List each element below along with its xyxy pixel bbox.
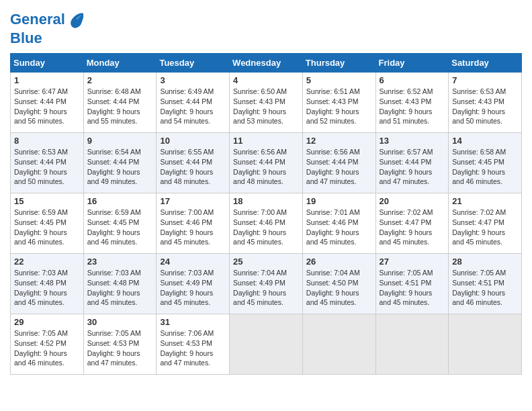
day-number: 20 bbox=[380, 196, 445, 206]
calendar-cell: 28Sunrise: 7:05 AMSunset: 4:51 PMDayligh… bbox=[449, 254, 522, 314]
day-info: Sunrise: 7:05 AMSunset: 4:52 PMDaylight:… bbox=[14, 328, 80, 368]
day-number: 8 bbox=[14, 136, 80, 146]
weekday-header-friday: Friday bbox=[375, 54, 449, 73]
day-number: 22 bbox=[14, 257, 80, 267]
day-info: Sunrise: 6:56 AMSunset: 4:44 PMDaylight:… bbox=[233, 147, 299, 187]
calendar-cell: 15Sunrise: 6:59 AMSunset: 4:45 PMDayligh… bbox=[11, 193, 84, 254]
day-number: 29 bbox=[14, 317, 80, 327]
day-number: 21 bbox=[452, 196, 518, 206]
day-info: Sunrise: 7:05 AMSunset: 4:51 PMDaylight:… bbox=[380, 268, 445, 308]
calendar-cell: 31Sunrise: 7:06 AMSunset: 4:53 PMDayligh… bbox=[157, 314, 230, 375]
calendar-cell: 12Sunrise: 6:56 AMSunset: 4:44 PMDayligh… bbox=[302, 133, 375, 193]
calendar-cell: 11Sunrise: 6:56 AMSunset: 4:44 PMDayligh… bbox=[230, 133, 303, 193]
calendar-cell: 17Sunrise: 7:00 AMSunset: 4:46 PMDayligh… bbox=[157, 193, 230, 254]
day-info: Sunrise: 7:02 AMSunset: 4:47 PMDaylight:… bbox=[452, 208, 518, 247]
day-info: Sunrise: 7:02 AMSunset: 4:47 PMDaylight:… bbox=[380, 208, 445, 247]
day-number: 4 bbox=[233, 75, 299, 85]
day-number: 15 bbox=[14, 196, 80, 206]
day-number: 10 bbox=[160, 136, 226, 146]
day-info: Sunrise: 6:50 AMSunset: 4:43 PMDaylight:… bbox=[233, 87, 299, 126]
calendar-cell: 24Sunrise: 7:03 AMSunset: 4:49 PMDayligh… bbox=[157, 254, 230, 314]
calendar-cell: 19Sunrise: 7:01 AMSunset: 4:46 PMDayligh… bbox=[302, 193, 375, 254]
day-info: Sunrise: 6:54 AMSunset: 4:44 PMDaylight:… bbox=[87, 147, 153, 187]
calendar-cell: 30Sunrise: 7:05 AMSunset: 4:53 PMDayligh… bbox=[83, 314, 157, 375]
day-info: Sunrise: 7:00 AMSunset: 4:46 PMDaylight:… bbox=[160, 208, 226, 247]
calendar-cell: 2Sunrise: 6:48 AMSunset: 4:44 PMDaylight… bbox=[83, 73, 157, 133]
day-info: Sunrise: 7:00 AMSunset: 4:46 PMDaylight:… bbox=[233, 208, 299, 247]
calendar-cell: 20Sunrise: 7:02 AMSunset: 4:47 PMDayligh… bbox=[375, 193, 449, 254]
calendar-table: SundayMondayTuesdayWednesdayThursdayFrid… bbox=[10, 53, 522, 375]
day-info: Sunrise: 7:05 AMSunset: 4:51 PMDaylight:… bbox=[452, 268, 518, 308]
day-info: Sunrise: 7:03 AMSunset: 4:48 PMDaylight:… bbox=[14, 268, 80, 308]
calendar-cell: 1Sunrise: 6:47 AMSunset: 4:44 PMDaylight… bbox=[11, 73, 84, 133]
day-info: Sunrise: 6:51 AMSunset: 4:43 PMDaylight:… bbox=[306, 87, 372, 126]
calendar-cell: 4Sunrise: 6:50 AMSunset: 4:43 PMDaylight… bbox=[230, 73, 303, 133]
weekday-header-saturday: Saturday bbox=[449, 54, 522, 73]
day-info: Sunrise: 6:47 AMSunset: 4:44 PMDaylight:… bbox=[14, 87, 80, 126]
calendar-cell: 29Sunrise: 7:05 AMSunset: 4:52 PMDayligh… bbox=[11, 314, 84, 375]
calendar-cell: 27Sunrise: 7:05 AMSunset: 4:51 PMDayligh… bbox=[375, 254, 449, 314]
calendar-week-3: 15Sunrise: 6:59 AMSunset: 4:45 PMDayligh… bbox=[11, 193, 522, 254]
weekday-header-tuesday: Tuesday bbox=[157, 54, 230, 73]
weekday-header-wednesday: Wednesday bbox=[230, 54, 303, 73]
day-info: Sunrise: 6:53 AMSunset: 4:44 PMDaylight:… bbox=[14, 147, 80, 187]
calendar-header-row: SundayMondayTuesdayWednesdayThursdayFrid… bbox=[11, 54, 522, 73]
day-info: Sunrise: 7:01 AMSunset: 4:46 PMDaylight:… bbox=[306, 208, 372, 247]
calendar-cell: 6Sunrise: 6:52 AMSunset: 4:43 PMDaylight… bbox=[375, 73, 449, 133]
day-info: Sunrise: 6:56 AMSunset: 4:44 PMDaylight:… bbox=[306, 147, 372, 187]
page-header: General Blue bbox=[10, 10, 522, 46]
weekday-header-thursday: Thursday bbox=[302, 54, 375, 73]
calendar-cell: 9Sunrise: 6:54 AMSunset: 4:44 PMDaylight… bbox=[83, 133, 157, 193]
day-info: Sunrise: 6:49 AMSunset: 4:44 PMDaylight:… bbox=[160, 87, 226, 126]
day-number: 16 bbox=[87, 196, 153, 206]
day-info: Sunrise: 6:57 AMSunset: 4:44 PMDaylight:… bbox=[380, 147, 445, 187]
day-info: Sunrise: 6:59 AMSunset: 4:45 PMDaylight:… bbox=[87, 208, 153, 247]
day-number: 1 bbox=[14, 75, 80, 85]
logo-text: General Blue bbox=[10, 10, 87, 46]
day-number: 9 bbox=[87, 136, 153, 146]
day-number: 26 bbox=[306, 257, 372, 267]
calendar-cell: 21Sunrise: 7:02 AMSunset: 4:47 PMDayligh… bbox=[449, 193, 522, 254]
calendar-cell: 13Sunrise: 6:57 AMSunset: 4:44 PMDayligh… bbox=[375, 133, 449, 193]
day-number: 17 bbox=[160, 196, 226, 206]
weekday-header-monday: Monday bbox=[83, 54, 157, 73]
calendar-cell: 10Sunrise: 6:55 AMSunset: 4:44 PMDayligh… bbox=[157, 133, 230, 193]
calendar-cell: 5Sunrise: 6:51 AMSunset: 4:43 PMDaylight… bbox=[302, 73, 375, 133]
calendar-cell: 18Sunrise: 7:00 AMSunset: 4:46 PMDayligh… bbox=[230, 193, 303, 254]
calendar-cell: 25Sunrise: 7:04 AMSunset: 4:49 PMDayligh… bbox=[230, 254, 303, 314]
calendar-week-1: 1Sunrise: 6:47 AMSunset: 4:44 PMDaylight… bbox=[11, 73, 522, 133]
weekday-header-sunday: Sunday bbox=[11, 54, 84, 73]
day-info: Sunrise: 7:05 AMSunset: 4:53 PMDaylight:… bbox=[87, 328, 153, 368]
day-number: 2 bbox=[87, 75, 153, 85]
calendar-cell bbox=[375, 314, 449, 375]
calendar-cell: 16Sunrise: 6:59 AMSunset: 4:45 PMDayligh… bbox=[83, 193, 157, 254]
day-info: Sunrise: 6:52 AMSunset: 4:43 PMDaylight:… bbox=[380, 87, 445, 126]
calendar-week-4: 22Sunrise: 7:03 AMSunset: 4:48 PMDayligh… bbox=[11, 254, 522, 314]
day-number: 7 bbox=[452, 75, 518, 85]
day-number: 13 bbox=[380, 136, 445, 146]
day-number: 12 bbox=[306, 136, 372, 146]
day-number: 28 bbox=[452, 257, 518, 267]
calendar-cell bbox=[230, 314, 303, 375]
calendar-cell: 8Sunrise: 6:53 AMSunset: 4:44 PMDaylight… bbox=[11, 133, 84, 193]
calendar-body: 1Sunrise: 6:47 AMSunset: 4:44 PMDaylight… bbox=[11, 73, 522, 375]
calendar-cell: 7Sunrise: 6:53 AMSunset: 4:43 PMDaylight… bbox=[449, 73, 522, 133]
calendar-cell: 14Sunrise: 6:58 AMSunset: 4:45 PMDayligh… bbox=[449, 133, 522, 193]
day-info: Sunrise: 7:03 AMSunset: 4:48 PMDaylight:… bbox=[87, 268, 153, 308]
calendar-week-2: 8Sunrise: 6:53 AMSunset: 4:44 PMDaylight… bbox=[11, 133, 522, 193]
day-info: Sunrise: 6:53 AMSunset: 4:43 PMDaylight:… bbox=[452, 87, 518, 126]
day-info: Sunrise: 7:03 AMSunset: 4:49 PMDaylight:… bbox=[160, 268, 226, 308]
day-info: Sunrise: 6:48 AMSunset: 4:44 PMDaylight:… bbox=[87, 87, 153, 126]
day-info: Sunrise: 6:55 AMSunset: 4:44 PMDaylight:… bbox=[160, 147, 226, 187]
day-info: Sunrise: 7:04 AMSunset: 4:50 PMDaylight:… bbox=[306, 268, 372, 308]
day-number: 31 bbox=[160, 317, 226, 327]
day-number: 23 bbox=[87, 257, 153, 267]
calendar-cell bbox=[449, 314, 522, 375]
day-number: 30 bbox=[87, 317, 153, 327]
day-number: 14 bbox=[452, 136, 518, 146]
calendar-cell: 3Sunrise: 6:49 AMSunset: 4:44 PMDaylight… bbox=[157, 73, 230, 133]
day-number: 3 bbox=[160, 75, 226, 85]
calendar-cell: 22Sunrise: 7:03 AMSunset: 4:48 PMDayligh… bbox=[11, 254, 84, 314]
day-info: Sunrise: 7:06 AMSunset: 4:53 PMDaylight:… bbox=[160, 328, 226, 368]
calendar-cell: 23Sunrise: 7:03 AMSunset: 4:48 PMDayligh… bbox=[83, 254, 157, 314]
